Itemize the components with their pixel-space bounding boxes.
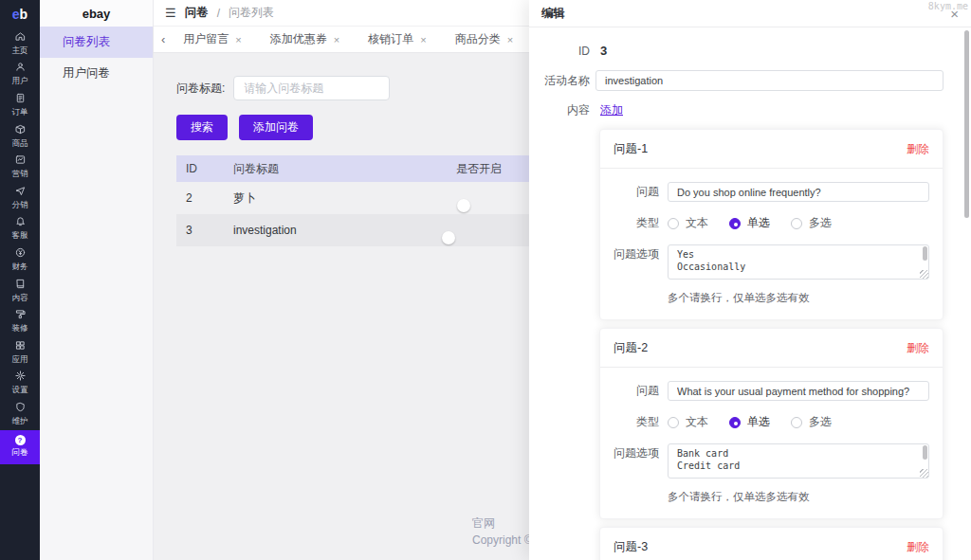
options-textarea[interactable]: Yes Occasionally: [668, 244, 929, 280]
watermark-text: 8kym.me: [928, 1, 968, 11]
radio-text[interactable]: 文本: [668, 412, 708, 432]
tabs-scroll-left-icon[interactable]: ‹: [161, 32, 165, 46]
close-tab-icon[interactable]: ×: [334, 34, 339, 45]
column-title: 问卷标题: [233, 161, 456, 177]
support-bell-icon: [15, 216, 26, 228]
options-textarea[interactable]: Bank card Credit card: [668, 443, 929, 479]
radio-icon: [791, 218, 802, 229]
settings-gear-icon: [15, 370, 26, 383]
edit-drawer: 编辑 × ID 3 活动名称 内容 添加 问题-1 删除: [529, 0, 971, 560]
options-hint: 多个请换行，仅单选多选有效: [668, 490, 929, 504]
question-card-title: 问题-1: [614, 141, 648, 157]
logo-b: b: [20, 7, 28, 22]
drawer-scrollbar[interactable]: [964, 30, 969, 218]
page-footer: 官网 Copyright ©: [472, 515, 533, 549]
close-tab-icon[interactable]: ×: [420, 34, 426, 45]
apps-icon: [15, 340, 26, 352]
question-text-row: 问题: [614, 381, 929, 401]
tab-user-messages[interactable]: 用户留言×: [169, 31, 255, 47]
sidebar-item-home[interactable]: 主页: [0, 28, 40, 60]
sidebar-item-content[interactable]: 内容: [0, 276, 40, 307]
radio-multi-choice[interactable]: 多选: [791, 412, 832, 432]
user-icon: [15, 62, 26, 74]
breadcrumb-current: 问卷列表: [229, 5, 274, 21]
tab-verify-order[interactable]: 核销订单×: [354, 31, 440, 47]
question-card-body: 问题 类型 文本 单选 多选 问题选项: [600, 368, 943, 518]
sidebar-item-apps[interactable]: 应用: [0, 337, 40, 369]
radio-label: 单选: [747, 213, 770, 233]
textarea-scrollbar[interactable]: [923, 445, 927, 460]
radio-icon: [791, 417, 802, 428]
hamburger-icon[interactable]: ☰: [165, 6, 176, 20]
sidebar-item-support[interactable]: 客服: [0, 214, 40, 245]
radio-icon: [668, 218, 679, 229]
sidebar-item-goods[interactable]: 商品: [0, 121, 40, 153]
brand-logo: eb: [0, 0, 40, 28]
sidebar-item-users[interactable]: 用户: [0, 60, 40, 91]
question-card-1: 问题-1 删除 问题 类型 文本 单选: [599, 129, 944, 320]
activity-name-label: 活动名称: [529, 70, 595, 91]
tab-label: 添加优惠券: [270, 31, 327, 47]
content-label: 内容: [529, 99, 595, 120]
radio-label: 多选: [809, 213, 832, 233]
add-survey-button[interactable]: 添加问卷: [239, 115, 313, 140]
id-label: ID: [529, 41, 595, 62]
question-circle-icon: ?: [15, 435, 26, 445]
toggle-knob: [442, 231, 455, 244]
sidebar-item-distribution[interactable]: 分销: [0, 183, 40, 214]
sidebar-item-orders[interactable]: 订单: [0, 90, 40, 121]
question-text-input[interactable]: [668, 381, 929, 401]
official-site-link[interactable]: 官网: [472, 516, 495, 530]
add-question-link[interactable]: 添加: [600, 99, 623, 120]
type-label: 类型: [614, 213, 659, 233]
tab-label: 核销订单: [368, 31, 413, 47]
radio-selected-icon: [729, 417, 741, 428]
sidebar-item-survey[interactable]: ? 问卷: [0, 430, 40, 464]
options-textarea-wrap: Yes Occasionally: [668, 244, 929, 280]
search-button[interactable]: 搜索: [176, 115, 228, 140]
activity-name-input[interactable]: [595, 70, 944, 91]
survey-title-input[interactable]: [233, 76, 390, 100]
radio-multi-choice[interactable]: 多选: [791, 213, 832, 233]
breadcrumb-separator: /: [217, 7, 220, 20]
sidebar-item-settings[interactable]: 设置: [0, 369, 40, 400]
tab-label: 商品分类: [455, 31, 501, 47]
resize-handle-icon[interactable]: [920, 270, 928, 279]
submenu-item-user-survey[interactable]: 用户问卷: [40, 58, 153, 89]
options-label: 问题选项: [614, 244, 659, 264]
sidebar-item-label: 商品: [12, 138, 28, 150]
content-icon: [15, 279, 26, 291]
resize-handle-icon[interactable]: [920, 469, 928, 478]
radio-single-choice[interactable]: 单选: [729, 412, 770, 432]
type-radio-group: 文本 单选 多选: [668, 412, 852, 432]
question-cards: 问题-1 删除 问题 类型 文本 单选: [599, 129, 944, 560]
sidebar-item-label: 内容: [12, 293, 28, 304]
sidebar-item-maintain[interactable]: 维护: [0, 399, 40, 430]
sidebar-item-label: 问卷: [12, 447, 28, 459]
close-tab-icon[interactable]: ×: [507, 34, 513, 45]
breadcrumb-root[interactable]: 问卷: [185, 5, 209, 21]
submenu-item-survey-list[interactable]: 问卷列表: [40, 27, 153, 58]
sidebar-item-finance[interactable]: 财务: [0, 244, 40, 276]
question-text-row: 问题: [614, 182, 929, 202]
delete-question-button[interactable]: 删除: [907, 340, 929, 356]
radio-text[interactable]: 文本: [668, 213, 708, 233]
sidebar-item-label: 用户: [12, 76, 28, 87]
activity-name-row: 活动名称: [529, 70, 971, 91]
tab-add-coupon[interactable]: 添加优惠券×: [256, 31, 354, 47]
question-type-row: 类型 文本 单选 多选: [614, 213, 929, 233]
question-card-title: 问题-3: [614, 539, 648, 555]
textarea-scrollbar[interactable]: [923, 246, 927, 261]
sidebar-item-label: 财务: [12, 262, 28, 273]
primary-sidebar: eb 主页 用户 订单 商品 营销 分销 客服: [0, 0, 40, 560]
drawer-body: ID 3 活动名称 内容 添加 问题-1 删除: [529, 27, 971, 560]
delete-question-button[interactable]: 删除: [907, 539, 929, 555]
radio-single-choice[interactable]: 单选: [729, 213, 770, 233]
question-text-input[interactable]: [668, 182, 929, 202]
options-hint: 多个请换行，仅单选多选有效: [668, 291, 929, 305]
tab-goods-category[interactable]: 商品分类×: [441, 31, 527, 47]
sidebar-item-decorate[interactable]: 装修: [0, 306, 40, 337]
close-tab-icon[interactable]: ×: [235, 34, 241, 45]
delete-question-button[interactable]: 删除: [907, 141, 929, 157]
sidebar-item-marketing[interactable]: 营销: [0, 152, 40, 183]
